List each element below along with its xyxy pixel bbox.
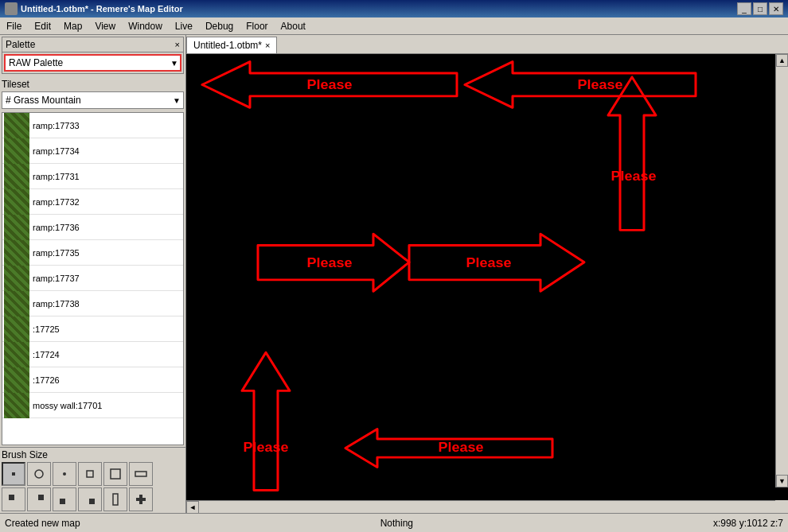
- canvas-row: Please Please Please: [186, 54, 788, 500]
- document-tab[interactable]: Untitled-1.otbm* ×: [186, 37, 277, 53]
- brush-tr[interactable]: [27, 487, 51, 511]
- tile-thumbnail: [4, 215, 29, 240]
- svg-rect-3: [87, 471, 93, 477]
- tile-item[interactable]: ramp:17737: [2, 266, 183, 291]
- menu-item-file[interactable]: File: [0, 19, 28, 33]
- tile-name: :17724: [33, 350, 60, 359]
- brush-dot[interactable]: [53, 462, 76, 486]
- tile-thumbnail: [4, 367, 29, 393]
- status-selection: Nothing: [380, 518, 413, 529]
- svg-marker-23: [242, 352, 290, 490]
- menu-item-live[interactable]: Live: [169, 19, 199, 33]
- menu-item-window[interactable]: Window: [122, 19, 169, 33]
- svg-text:Please: Please: [306, 254, 352, 270]
- brush-br[interactable]: [78, 487, 102, 511]
- svg-rect-9: [89, 499, 95, 504]
- arrow-bottom-left: Please: [345, 429, 552, 468]
- tile-thumbnail: [4, 342, 29, 367]
- scroll-up-button[interactable]: ▲: [776, 54, 788, 67]
- brush-tl[interactable]: [2, 487, 25, 511]
- horizontal-scrollbar[interactable]: ◄ ►: [186, 500, 788, 513]
- brush-square-medium[interactable]: [78, 462, 102, 486]
- tileset-section: Tileset # Grass Mountain # Forest # Dese…: [2, 77, 184, 109]
- tile-item[interactable]: ramp:17734: [2, 138, 183, 164]
- menu-item-floor[interactable]: Floor: [240, 19, 274, 33]
- tileset-dropdown[interactable]: # Grass Mountain # Forest # Desert: [2, 91, 184, 109]
- title-bar-left: Untitled-1.otbm* - Remere's Map Editor: [5, 2, 183, 15]
- maximize-button[interactable]: □: [753, 2, 767, 15]
- tab-close-button[interactable]: ×: [265, 41, 270, 50]
- close-button[interactable]: ✕: [769, 2, 783, 15]
- tile-thumbnail: [4, 316, 29, 342]
- svg-text:Please: Please: [577, 77, 622, 93]
- arrow-top-right: Please: [465, 62, 696, 108]
- tile-item[interactable]: :17725: [2, 316, 183, 342]
- h-scroll-track[interactable]: [199, 501, 775, 514]
- right-panel: Untitled-1.otbm* × Please: [186, 35, 788, 513]
- tile-thumb-inner: [4, 189, 29, 215]
- tile-thumbnail: [4, 138, 29, 164]
- tab-bar: Untitled-1.otbm* ×: [186, 35, 788, 54]
- svg-rect-7: [38, 495, 44, 500]
- svg-rect-4: [111, 469, 120, 479]
- tile-thumb-inner: [4, 164, 29, 189]
- brush-circle[interactable]: [27, 462, 51, 486]
- arrow-middle-left: Please: [258, 234, 409, 291]
- tile-item[interactable]: :17726: [2, 367, 183, 393]
- menu-item-map[interactable]: Map: [57, 19, 88, 33]
- tile-name: :17726: [33, 375, 60, 385]
- minimize-button[interactable]: _: [737, 2, 751, 15]
- scroll-down-button[interactable]: ▼: [776, 475, 788, 487]
- menu-item-edit[interactable]: Edit: [28, 19, 57, 33]
- status-bar: Created new map Nothing x:998 y:1012 z:7: [0, 513, 788, 532]
- palette-dropdown[interactable]: RAW Palette Terrain Palette Doodad Palet…: [4, 54, 181, 72]
- vertical-scrollbar[interactable]: ▲ ▼: [775, 54, 788, 487]
- window-title: Untitled-1.otbm* - Remere's Map Editor: [21, 4, 183, 14]
- tile-thumb-inner: [4, 367, 29, 393]
- brush-rect-v[interactable]: [103, 487, 127, 511]
- menu-item-view[interactable]: View: [88, 19, 122, 33]
- menu-item-debug[interactable]: Debug: [199, 19, 240, 33]
- svg-text:Please: Please: [611, 168, 656, 184]
- brush-square-small[interactable]: [2, 462, 25, 486]
- tile-item[interactable]: :17724: [2, 342, 183, 367]
- tile-thumb-inner: [4, 215, 29, 240]
- brush-cross[interactable]: [129, 487, 153, 511]
- tileset-label: Tileset: [2, 77, 184, 91]
- tile-name: ramp:17736: [33, 223, 80, 232]
- tile-thumb-inner: [4, 342, 29, 367]
- svg-point-2: [63, 472, 66, 476]
- svg-rect-6: [9, 495, 14, 500]
- brush-square-large[interactable]: [103, 462, 127, 486]
- title-bar-controls[interactable]: _ □ ✕: [737, 2, 783, 15]
- tile-thumbnail: [4, 393, 29, 418]
- scroll-track[interactable]: [776, 67, 788, 475]
- main-layout: Palette × RAW Palette Terrain Palette Do…: [0, 35, 788, 513]
- arrow-bottom-up: Please: [242, 352, 290, 490]
- tile-item[interactable]: ramp:17738: [2, 291, 183, 316]
- palette-close-button[interactable]: ×: [175, 40, 180, 49]
- tile-thumb-inner: [4, 316, 29, 342]
- palette-label: Palette: [6, 39, 35, 50]
- tile-item[interactable]: mossy wall:17701: [2, 393, 183, 418]
- tile-item[interactable]: ramp:17736: [2, 215, 183, 240]
- arrow-right: Please: [608, 77, 657, 230]
- brush-section: Brush Size: [0, 447, 185, 513]
- tile-thumbnail: [4, 291, 29, 316]
- tile-item[interactable]: ramp:17732: [2, 189, 183, 215]
- arrow-top-left: Please: [202, 62, 457, 108]
- scroll-left-button[interactable]: ◄: [186, 501, 199, 514]
- svg-rect-0: [12, 472, 15, 476]
- menu-item-about[interactable]: About: [275, 19, 312, 33]
- menu-bar: FileEditMapViewWindowLiveDebugFloorAbout: [0, 17, 788, 35]
- tile-item[interactable]: ramp:17731: [2, 164, 183, 189]
- tile-item[interactable]: ramp:17733: [2, 113, 183, 138]
- tile-thumbnail: [4, 113, 29, 138]
- brush-bl[interactable]: [53, 487, 76, 511]
- tile-list: ramp:17733ramp:17734ramp:17731ramp:17732…: [2, 113, 183, 445]
- tile-name: ramp:17731: [33, 172, 80, 181]
- tile-item[interactable]: ramp:17735: [2, 240, 183, 266]
- map-canvas[interactable]: Please Please Please: [186, 54, 788, 500]
- brush-rect-h[interactable]: [129, 462, 153, 486]
- scroll-corner: [775, 500, 788, 513]
